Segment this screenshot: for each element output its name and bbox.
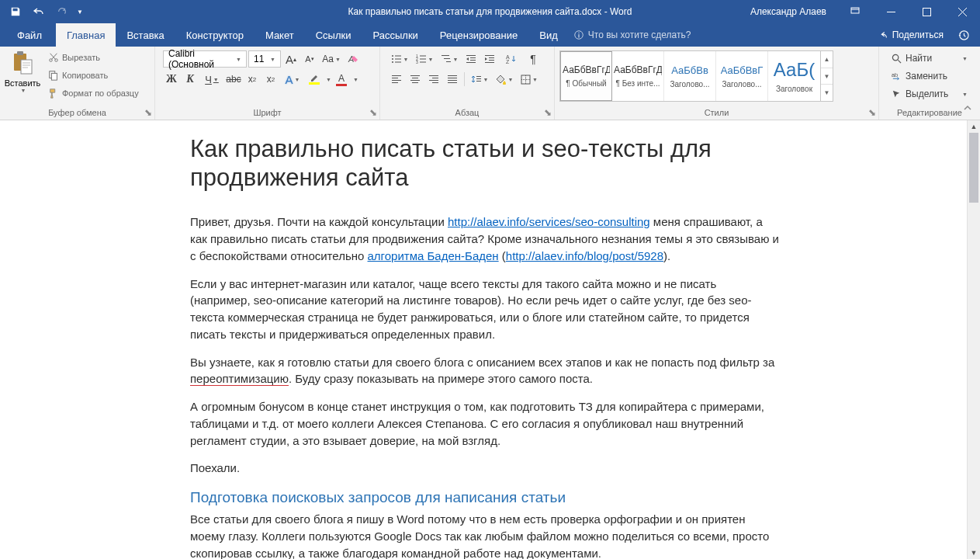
tab-file[interactable]: Файл bbox=[3, 23, 56, 47]
svg-rect-59 bbox=[476, 78, 481, 79]
scroll-thumb[interactable] bbox=[969, 133, 978, 203]
select-button[interactable]: Выделить▼ bbox=[888, 85, 971, 102]
paragraph-launcher[interactable]: ⬊ bbox=[543, 108, 552, 117]
tab-mailings[interactable]: Рассылки bbox=[362, 23, 428, 47]
style-normal[interactable]: АаБбВвГгД¶ Обычный bbox=[560, 51, 612, 101]
font-size-combo[interactable]: 11▼ bbox=[248, 50, 281, 68]
svg-rect-56 bbox=[448, 80, 457, 81]
bold-button[interactable]: Ж bbox=[163, 71, 180, 88]
replace-button[interactable]: abЗаменить bbox=[888, 68, 971, 85]
collapse-ribbon-button[interactable] bbox=[963, 104, 972, 116]
shading-button[interactable]: ▼ bbox=[493, 71, 516, 88]
styles-gallery: АаБбВвГгД¶ Обычный АаБбВвГгД¶ Без инте..… bbox=[559, 50, 833, 102]
font-color-button[interactable]: A bbox=[333, 71, 350, 88]
maximize-button[interactable] bbox=[909, 0, 944, 23]
subscript-button[interactable]: x2 bbox=[244, 71, 261, 88]
svg-rect-52 bbox=[429, 80, 438, 81]
style-no-spacing[interactable]: АаБбВвГгД¶ Без инте... bbox=[612, 51, 664, 101]
align-center-button[interactable] bbox=[407, 71, 424, 88]
scroll-down-button[interactable]: ▼ bbox=[968, 547, 980, 559]
tab-insert[interactable]: Вставка bbox=[116, 23, 175, 47]
grow-font-button[interactable]: A▴ bbox=[282, 50, 300, 68]
svg-rect-31 bbox=[446, 61, 451, 62]
tab-home[interactable]: Главная bbox=[56, 23, 116, 47]
superscript-button[interactable]: x2 bbox=[262, 71, 279, 88]
clipboard-launcher[interactable]: ⬊ bbox=[144, 108, 153, 117]
cut-button[interactable]: Вырезать bbox=[45, 49, 142, 66]
svg-rect-30 bbox=[444, 58, 450, 59]
highlight-button[interactable] bbox=[306, 71, 323, 88]
font-launcher[interactable]: ⬊ bbox=[369, 108, 378, 117]
multilevel-button[interactable]: ▼ bbox=[438, 50, 461, 68]
scroll-up-button[interactable]: ▲ bbox=[968, 120, 980, 133]
window-controls: Александр Алаев bbox=[739, 0, 980, 23]
svg-rect-37 bbox=[489, 57, 494, 58]
sort-button[interactable]: AZ bbox=[500, 50, 523, 68]
svg-rect-58 bbox=[476, 76, 481, 77]
tab-references[interactable]: Ссылки bbox=[305, 23, 362, 47]
align-right-button[interactable] bbox=[425, 71, 442, 88]
style-heading2[interactable]: АаБбВвГЗаголово... bbox=[716, 51, 768, 101]
bullets-button[interactable]: ▼ bbox=[388, 50, 411, 68]
svg-rect-20 bbox=[395, 59, 401, 60]
svg-rect-24 bbox=[420, 56, 426, 57]
link-blog-post[interactable]: http://alaev.info/blog/post/5928 bbox=[506, 249, 663, 262]
svg-text:2: 2 bbox=[416, 57, 418, 61]
link-baden-baden[interactable]: алгоритма Баден-Баден bbox=[368, 249, 499, 262]
ribbon-options-button[interactable] bbox=[837, 0, 873, 23]
undo-button[interactable] bbox=[28, 2, 50, 22]
text-effects-button[interactable]: A▼ bbox=[281, 71, 304, 88]
font-name-combo[interactable]: Calibri (Основной▼ bbox=[163, 50, 247, 68]
user-name[interactable]: Александр Алаев bbox=[739, 6, 837, 17]
strikethrough-button[interactable]: abc bbox=[225, 71, 242, 88]
document-page[interactable]: Как правильно писать статьи и seo-тексты… bbox=[0, 120, 822, 559]
doc-paragraph: Если у вас интернет-магазин или каталог,… bbox=[190, 276, 779, 343]
close-button[interactable] bbox=[944, 0, 980, 23]
group-paragraph: ▼ 123▼ ▼ AZ ¶ ▼ ▼ ▼ Абзац ⬊ bbox=[380, 47, 555, 120]
borders-button[interactable]: ▼ bbox=[518, 71, 541, 88]
share-button[interactable]: Поделиться bbox=[870, 23, 951, 47]
tab-view[interactable]: Вид bbox=[528, 23, 569, 47]
link-seo-consulting[interactable]: http://alaev.info/services/seo-consultin… bbox=[448, 215, 650, 228]
change-case-button[interactable]: Aa▼ bbox=[320, 50, 343, 68]
styles-expand[interactable]: ▼ bbox=[821, 85, 833, 101]
shrink-font-button[interactable]: A▾ bbox=[301, 50, 318, 68]
redo-button[interactable] bbox=[51, 2, 73, 22]
increase-indent-button[interactable] bbox=[481, 50, 498, 68]
italic-button[interactable]: К bbox=[182, 71, 199, 88]
history-button[interactable] bbox=[951, 23, 975, 47]
doc-heading2: Подготовка поисковых запросов для написа… bbox=[190, 489, 779, 506]
style-title[interactable]: АаБ(Заголовок bbox=[768, 51, 820, 101]
svg-rect-2 bbox=[923, 8, 930, 16]
find-button[interactable]: Найти▼ bbox=[888, 50, 971, 67]
styles-scroll-down[interactable]: ▼ bbox=[821, 68, 833, 85]
show-marks-button[interactable]: ¶ bbox=[525, 50, 542, 68]
svg-text:1: 1 bbox=[416, 54, 418, 58]
line-spacing-button[interactable]: ▼ bbox=[468, 71, 491, 88]
svg-rect-51 bbox=[432, 78, 438, 78]
numbering-button[interactable]: 123▼ bbox=[413, 50, 436, 68]
align-left-button[interactable] bbox=[388, 71, 405, 88]
tell-me-search[interactable]: Что вы хотите сделать? bbox=[573, 23, 691, 47]
qat-customize[interactable]: ▼ bbox=[74, 2, 85, 22]
svg-text:A: A bbox=[506, 54, 510, 60]
style-heading1[interactable]: АаБбВвЗаголово... bbox=[664, 51, 716, 101]
clear-formatting-button[interactable]: A bbox=[345, 50, 362, 68]
justify-button[interactable] bbox=[444, 71, 461, 88]
decrease-indent-button[interactable] bbox=[462, 50, 480, 68]
tab-layout[interactable]: Макет bbox=[255, 23, 305, 47]
paste-button[interactable]: Вставить ▼ bbox=[5, 49, 40, 106]
tab-review[interactable]: Рецензирование bbox=[429, 23, 528, 47]
format-painter-button[interactable]: Формат по образцу bbox=[45, 85, 142, 102]
underline-button[interactable]: Ч▼ bbox=[200, 71, 223, 88]
svg-text:ab: ab bbox=[892, 71, 898, 78]
styles-launcher[interactable]: ⬊ bbox=[867, 108, 877, 117]
copy-button[interactable]: Копировать bbox=[45, 67, 142, 84]
styles-scroll-up[interactable]: ▲ bbox=[821, 51, 833, 68]
save-button[interactable] bbox=[5, 2, 26, 22]
svg-rect-45 bbox=[392, 82, 398, 83]
tab-design[interactable]: Конструктор bbox=[175, 23, 255, 47]
vertical-scrollbar[interactable]: ▲ ▼ bbox=[967, 120, 980, 559]
minimize-button[interactable] bbox=[873, 0, 909, 23]
svg-point-19 bbox=[392, 58, 393, 60]
